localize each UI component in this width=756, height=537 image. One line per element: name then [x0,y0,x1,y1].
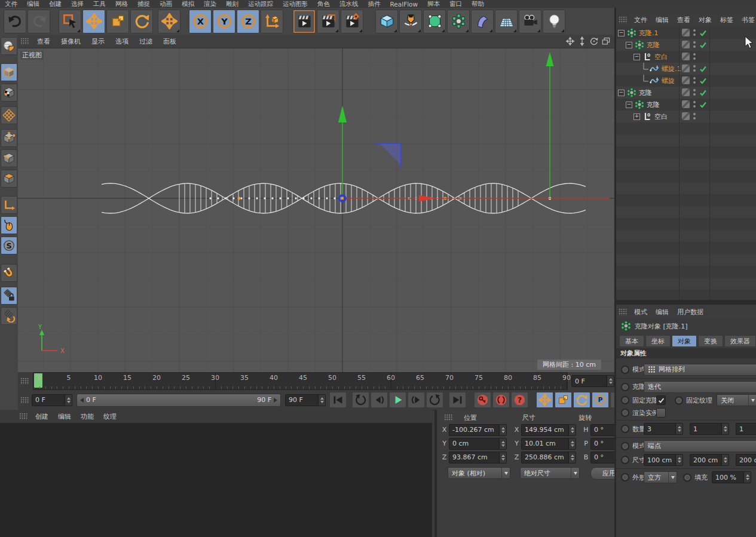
goto-prev-frame-button[interactable] [371,392,388,408]
render-view-button[interactable] [293,10,316,33]
tab-坐标[interactable]: 坐标 [645,335,671,347]
visibility-dots[interactable] [693,29,696,36]
object-manager-menu-item[interactable]: 标签 [716,16,737,24]
object-name[interactable]: 克隆.1 [639,29,659,38]
attr-填充-field[interactable]: 100 % [712,471,751,483]
workplane-rotate-button[interactable] [1,307,17,325]
attr-模式-dropdown[interactable]: 端点 [644,440,756,452]
menubar-item[interactable]: 窗口 [445,0,467,8]
object-row[interactable]: −克隆 [616,87,756,99]
object-row[interactable]: −0空白 [616,51,756,63]
enable-check-icon[interactable] [699,113,707,121]
enable-check-icon[interactable] [699,101,707,109]
tree-expander[interactable]: − [618,30,625,36]
object-name[interactable]: 克隆 [647,100,660,109]
object-name[interactable]: 克隆 [639,88,652,97]
material-menu-item[interactable]: 创建 [30,413,53,421]
panel-grip-icon[interactable] [619,308,628,315]
rotate-view-icon[interactable] [589,36,599,46]
goto-end-button[interactable] [449,392,466,408]
attr-尺寸-field-1[interactable]: 100 cm [644,454,683,466]
visibility-dots[interactable] [693,65,696,72]
display-tag-icon[interactable] [682,76,690,84]
coord-size-z-field[interactable]: 250.886 cm [521,452,576,464]
workplane-mode-button[interactable] [1,106,17,124]
panel-grip-icon[interactable] [619,16,628,23]
attr-克隆-dropdown[interactable]: 迭代 [644,381,756,393]
menubar-item[interactable]: 模拟 [177,0,199,8]
menubar-item[interactable]: 流水线 [335,0,363,8]
add-subdivision-button[interactable] [423,10,446,33]
tree-expander[interactable]: − [633,54,640,60]
menubar-item[interactable]: 编辑 [22,0,44,8]
coord-size-y-field[interactable]: 10.01 cm [521,438,576,450]
range-right-arrow-icon[interactable] [274,398,277,403]
menubar-item[interactable]: RealFlow [385,1,423,8]
visibility-dots[interactable] [693,113,696,119]
attr-尺寸-field-2[interactable]: 200 cm [690,454,729,466]
key-rotation-button[interactable] [573,392,590,408]
attr-固定克隆-checkbox[interactable] [656,395,666,405]
lock-x-axis-button[interactable]: X [189,10,212,33]
texture-mode-button[interactable] [1,84,17,102]
attr-外形-dropdown[interactable]: 立方 [644,471,677,483]
panel-grip-icon[interactable] [20,378,29,385]
visibility-dots[interactable] [693,41,696,48]
key-position-button[interactable] [536,392,553,408]
menubar-item[interactable]: 插件 [363,0,385,8]
object-row[interactable]: −克隆 [616,39,756,51]
rotate-tool-button[interactable] [130,10,153,33]
visibility-dots[interactable] [693,101,696,108]
animation-dot-icon[interactable] [621,473,629,481]
tree-expander[interactable]: − [618,90,625,96]
display-tag-icon[interactable] [682,29,690,36]
menubar-item[interactable]: 捕捉 [133,0,155,8]
add-deformer-button[interactable] [471,10,494,33]
object-name[interactable]: 螺旋.1 [662,65,681,73]
menubar-item[interactable]: 文件 [0,0,22,8]
menubar-item[interactable]: 创建 [44,0,66,8]
viewport-solo-button[interactable] [1,216,17,234]
animation-dot-icon[interactable] [621,442,629,450]
timeline-ruler[interactable]: 051015202530354045505560657075808590 [33,372,568,390]
material-menu-item[interactable]: 功能 [76,413,99,421]
zoom-view-icon[interactable] [577,36,587,46]
menubar-item[interactable]: 渲染 [199,0,221,8]
attr-渲染实例-checkbox[interactable] [656,408,666,418]
animation-dot-icon[interactable] [621,366,629,374]
enable-check-icon[interactable] [699,29,707,37]
viewport-menu-item[interactable]: 面板 [158,38,182,45]
enable-check-icon[interactable] [699,41,707,49]
model-mode-button[interactable] [1,63,17,81]
range-start-field[interactable]: 0 F [32,394,72,406]
points-mode-button[interactable] [1,129,17,147]
object-manager-menu-item[interactable]: 查看 [673,16,694,24]
object-name[interactable]: 克隆 [647,41,660,50]
scale-tool-button[interactable] [106,10,129,33]
enable-axis-button[interactable] [1,196,17,214]
visibility-dots[interactable] [693,77,696,84]
visibility-dots[interactable] [693,89,696,96]
enable-snap-button[interactable] [1,264,17,282]
material-menu-item[interactable]: 编辑 [53,413,76,421]
viewport-menu-item[interactable]: 过滤 [134,38,158,45]
record-keyframe-button[interactable] [474,392,491,408]
object-row[interactable]: 螺旋.1 [616,63,756,75]
display-tag-icon[interactable] [682,53,690,60]
live-selection-button[interactable] [59,10,81,33]
display-tag-icon[interactable] [682,100,690,108]
key-scale-button[interactable] [555,392,572,408]
animation-dot-icon[interactable] [621,383,629,391]
polygons-mode-button[interactable] [1,170,17,188]
object-manager-empty[interactable] [616,122,756,300]
render-picture-viewer-button[interactable] [317,10,339,33]
display-tag-icon[interactable] [682,88,690,96]
display-tag-icon[interactable] [682,112,690,120]
viewport-menu-item[interactable]: 查看 [32,38,56,45]
attr-数量-field-1[interactable]: 3 [644,423,683,435]
tree-expander[interactable]: + [633,113,640,120]
attr-模式-dropdown[interactable]: 网格排列 [644,364,756,376]
attribute-menu-item[interactable]: 用户数据 [673,308,708,317]
menubar-item[interactable]: 运动图形 [278,0,313,8]
goto-start-button[interactable] [329,392,347,408]
